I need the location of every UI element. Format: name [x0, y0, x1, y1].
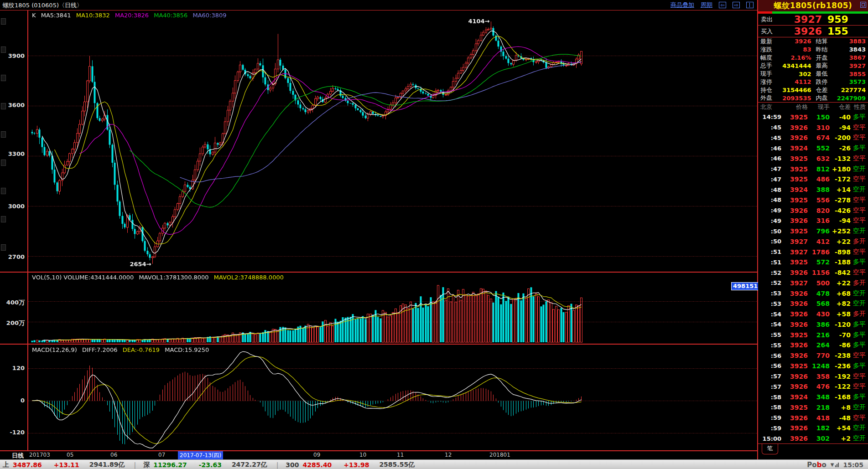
- quote-field-label: 仓差: [816, 86, 834, 94]
- left-strip-icon[interactable]: [1, 75, 6, 81]
- tick-row[interactable]: :5639251248-236多平: [758, 361, 868, 371]
- price-tick-label: 3600: [0, 102, 25, 108]
- dea-label: DEA:-0.7619: [123, 346, 160, 353]
- tick-row[interactable]: :503925796+252空开: [758, 226, 868, 237]
- tick-price: 3925: [781, 258, 808, 266]
- mavol1-label: MAVOL1:3781300.8000: [139, 274, 208, 281]
- tick-nature: 空开: [851, 289, 866, 298]
- window-restore-icon[interactable]: [860, 2, 866, 8]
- forward-arrow-icon[interactable]: ⇨: [733, 2, 740, 8]
- quote-field-value: 3883: [834, 38, 866, 45]
- tick-row[interactable]: :573926358-192空平: [758, 371, 868, 381]
- left-strip-icon[interactable]: [1, 188, 6, 194]
- macd-value-label: MACD:15.9250: [165, 346, 209, 353]
- tick-nature: 空平: [851, 372, 866, 381]
- left-strip-icon[interactable]: [1, 216, 6, 222]
- tick-oi-change: -898: [830, 248, 851, 256]
- tick-table[interactable]: 14:593925150-40多平:453926310-94空平:4539266…: [758, 112, 868, 443]
- tick-time: :49: [760, 217, 781, 224]
- tick-row[interactable]: 14:593925150-40多平: [758, 112, 868, 122]
- quote-field-value: 3843: [834, 46, 866, 53]
- menu-commodity-overlay[interactable]: 商品叠加: [670, 1, 694, 9]
- macd-name-label: MACD(12,26,9): [32, 346, 77, 353]
- menu-period[interactable]: 周期: [701, 1, 712, 9]
- tick-price: 3924: [781, 186, 808, 193]
- tick-oi-change: -94: [830, 217, 851, 224]
- tick-row[interactable]: :573926476-122空平: [758, 381, 868, 392]
- tick-row[interactable]: :503927412+22多开: [758, 236, 868, 247]
- tick-row[interactable]: :533926568+82空开: [758, 299, 868, 309]
- quote-field-value: 2247909: [834, 95, 866, 102]
- ask-row[interactable]: 卖出 3927 959: [758, 14, 868, 26]
- tick-row[interactable]: :553925216-70多平: [758, 330, 868, 340]
- tick-time: :47: [760, 176, 781, 183]
- split-window-icon[interactable]: [746, 2, 754, 8]
- tick-row[interactable]: :453926310-94空平: [758, 122, 868, 133]
- tick-oi-change: -168: [830, 393, 851, 401]
- quote-field-label: 涨跌: [760, 46, 780, 54]
- tick-row[interactable]: :543926430+58多开: [758, 309, 868, 320]
- tick-nature: 空平: [851, 124, 866, 132]
- time-axis-label: 10: [359, 452, 366, 458]
- tick-oi-change: +14: [830, 186, 851, 193]
- tick-row[interactable]: :543926386-120多平: [758, 319, 868, 330]
- quote-row: 总手4341444最高3927: [758, 62, 868, 70]
- tick-time: :45: [760, 134, 781, 141]
- left-strip-icon[interactable]: [1, 131, 6, 138]
- tick-row[interactable]: :473925486-172空平: [758, 174, 868, 185]
- kline-chart-canvas[interactable]: [28, 10, 757, 272]
- tick-time: :54: [760, 311, 781, 318]
- left-strip-icon[interactable]: [1, 18, 6, 25]
- macd-chart-canvas[interactable]: [28, 345, 757, 450]
- tick-row[interactable]: 15:003926302+2空开: [758, 433, 868, 444]
- index-quotes: 上3487.86+13.112941.89亿|深11296.27-23.6324…: [0, 461, 419, 469]
- tick-row[interactable]: :593926418-48空平: [758, 412, 868, 423]
- tick-row[interactable]: :553926264-86多平: [758, 340, 868, 350]
- tick-row[interactable]: :463925632-132空平: [758, 153, 868, 164]
- tick-row[interactable]: :523927500+22多开: [758, 278, 868, 288]
- tick-row[interactable]: :473925812+180空开: [758, 164, 868, 174]
- volume-chart-canvas[interactable]: [28, 273, 757, 344]
- tick-nature: 多平: [851, 258, 866, 266]
- tick-oi-change: -278: [830, 196, 851, 204]
- tick-row[interactable]: :493926820-426空平: [758, 205, 868, 216]
- tick-row[interactable]: :5239261156-842空平: [758, 268, 868, 278]
- tab-tick-by-tick[interactable]: 笔: [762, 444, 778, 454]
- quote-row: 幅度2.16%开盘3867: [758, 54, 868, 62]
- panel-bottom-bar: 笔: [758, 443, 868, 454]
- left-strip-icon[interactable]: [1, 244, 6, 251]
- tick-oi-change: +22: [830, 238, 851, 245]
- left-strip-icon[interactable]: [1, 46, 6, 53]
- tick-row[interactable]: :583924348-168多平: [758, 392, 868, 402]
- tick-row[interactable]: :483925556-278空平: [758, 195, 868, 205]
- bid-row[interactable]: 买入 3926 155: [758, 26, 868, 37]
- left-strip-icon[interactable]: [1, 160, 6, 166]
- tick-nature: 空开: [851, 434, 866, 443]
- tick-nature: 多平: [851, 144, 866, 152]
- tick-row[interactable]: :563926770-238空平: [758, 350, 868, 361]
- tick-row[interactable]: :463924552-26多平: [758, 143, 868, 154]
- title-bar: 螺纹1805 (010605)〈日线〉 商品叠加 周期 ⇦ ⇨: [0, 0, 757, 10]
- tick-row[interactable]: :513925572-188多平: [758, 257, 868, 268]
- tick-row[interactable]: :5139271786-898空平: [758, 247, 868, 257]
- index-amount: 2472.27亿: [232, 461, 267, 469]
- tick-nature: 空平: [851, 382, 866, 391]
- period-tab-daily[interactable]: 日线: [12, 452, 24, 460]
- tick-oi-change: -48: [830, 414, 851, 422]
- signal-strength-icon: ▼: [831, 462, 839, 467]
- tick-row[interactable]: :453926674-200空平: [758, 133, 868, 143]
- index-value: 11296.27: [153, 461, 187, 469]
- tick-volume: 1786: [808, 248, 830, 256]
- tick-volume: 388: [808, 186, 830, 193]
- quote-field-value: 227774: [834, 87, 866, 93]
- tick-volume: 264: [808, 341, 830, 349]
- index-name: 300: [286, 461, 299, 469]
- quote-field-value: 3867: [834, 54, 866, 61]
- tick-row[interactable]: :483924388+14空开: [758, 185, 868, 195]
- tick-row[interactable]: :493926316-94空平: [758, 216, 868, 226]
- back-arrow-icon[interactable]: ⇦: [719, 2, 726, 8]
- tick-row[interactable]: :583925218+8空开: [758, 402, 868, 412]
- tick-row[interactable]: :593926182+54空开: [758, 423, 868, 433]
- tick-price: 3926: [781, 373, 808, 380]
- tick-row[interactable]: :533926478+68空开: [758, 288, 868, 299]
